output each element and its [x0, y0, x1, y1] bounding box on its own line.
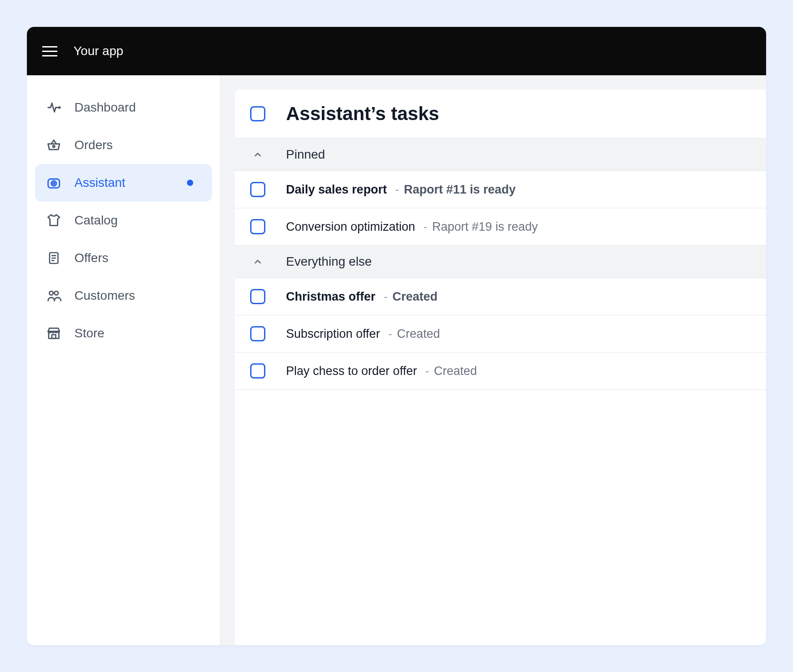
section-header-pinned[interactable]: Pinned [235, 138, 766, 171]
task-separator: - [395, 183, 399, 196]
task-row[interactable]: Daily sales report - Raport #11 is ready [235, 171, 766, 208]
select-all-checkbox[interactable] [250, 106, 265, 121]
task-title: Subscription offer [286, 327, 380, 340]
section-label: Everything else [286, 254, 372, 269]
task-status: Created [397, 327, 440, 340]
app-window: Your app Dashboard Orders Assistant [27, 27, 766, 645]
sidebar-item-orders[interactable]: Orders [35, 126, 212, 164]
sidebar-item-label: Orders [74, 138, 113, 152]
app-header: Your app [27, 27, 766, 75]
task-content: Christmas offer - Created [286, 290, 438, 304]
sidebar-item-label: Store [74, 326, 104, 340]
svg-point-9 [49, 291, 53, 295]
task-content: Subscription offer - Created [286, 327, 440, 341]
task-checkbox[interactable] [250, 289, 265, 304]
svg-point-4 [53, 182, 55, 184]
sidebar-item-offers[interactable]: Offers [35, 239, 212, 277]
task-row[interactable]: Subscription offer - Created [235, 315, 766, 353]
chevron-up-icon[interactable] [250, 257, 265, 267]
hamburger-menu-icon[interactable] [42, 46, 57, 56]
notification-dot [187, 180, 193, 186]
camera-icon [46, 175, 62, 191]
task-title: Daily sales report [286, 183, 387, 196]
task-content: Daily sales report - Raport #11 is ready [286, 183, 516, 197]
task-row[interactable]: Play chess to order offer - Created [235, 353, 766, 390]
svg-rect-11 [52, 335, 56, 339]
task-separator: - [384, 290, 388, 303]
sidebar: Dashboard Orders Assistant Catalog [27, 75, 221, 645]
sidebar-item-customers[interactable]: Customers [35, 277, 212, 314]
svg-point-1 [53, 146, 55, 147]
sidebar-item-label: Catalog [74, 213, 118, 228]
chevron-up-icon[interactable] [250, 150, 265, 159]
sidebar-item-label: Assistant [74, 176, 126, 190]
task-status: Created [392, 290, 438, 303]
sidebar-item-label: Dashboard [74, 100, 136, 115]
app-title: Your app [74, 44, 123, 58]
app-body: Dashboard Orders Assistant Catalog [27, 75, 766, 645]
store-icon [46, 325, 62, 341]
task-checkbox[interactable] [250, 182, 265, 197]
users-icon [46, 288, 62, 304]
svg-point-0 [59, 107, 60, 108]
section-label: Pinned [286, 147, 325, 162]
basket-icon [46, 137, 62, 153]
sidebar-item-label: Customers [74, 289, 135, 303]
task-title: Conversion optimization [286, 220, 415, 233]
task-separator: - [388, 327, 392, 340]
task-content: Play chess to order offer - Created [286, 364, 477, 378]
task-title: Play chess to order offer [286, 364, 417, 378]
main-area: Assistant’s tasks Pinned Daily sales rep… [221, 75, 766, 645]
svg-point-3 [51, 181, 56, 186]
svg-point-10 [54, 291, 58, 295]
section-header-everything-else[interactable]: Everything else [235, 246, 766, 278]
sidebar-item-store[interactable]: Store [35, 314, 212, 352]
sidebar-item-catalog[interactable]: Catalog [35, 202, 212, 239]
sidebar-item-label: Offers [74, 251, 108, 265]
task-content: Conversion optimization - Raport #19 is … [286, 220, 538, 234]
task-title: Christmas offer [286, 290, 376, 303]
task-row[interactable]: Conversion optimization - Raport #19 is … [235, 208, 766, 246]
panel-header: Assistant’s tasks [235, 90, 766, 138]
task-separator: - [424, 220, 428, 233]
task-status: Created [434, 364, 477, 378]
sidebar-item-dashboard[interactable]: Dashboard [35, 89, 212, 126]
sidebar-item-assistant[interactable]: Assistant [35, 164, 212, 202]
task-checkbox[interactable] [250, 363, 265, 379]
shirt-icon [46, 212, 62, 228]
panel-title: Assistant’s tasks [286, 103, 439, 125]
tasks-panel: Assistant’s tasks Pinned Daily sales rep… [235, 90, 766, 645]
task-checkbox[interactable] [250, 219, 265, 234]
task-checkbox[interactable] [250, 326, 265, 341]
task-status: Raport #19 is ready [432, 220, 538, 233]
task-separator: - [425, 364, 429, 378]
pulse-icon [46, 99, 62, 116]
task-status: Raport #11 is ready [404, 183, 516, 196]
task-row[interactable]: Christmas offer - Created [235, 278, 766, 315]
document-icon [46, 250, 62, 266]
